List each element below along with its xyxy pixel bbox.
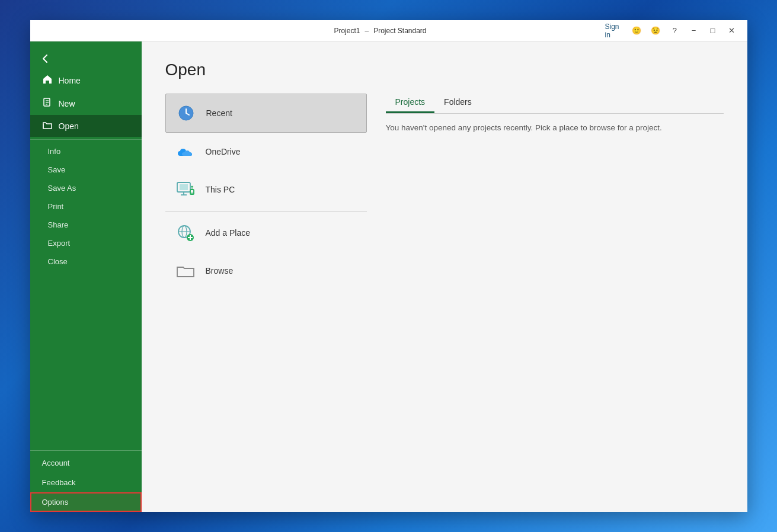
sidebar-item-info[interactable]: Info [30, 142, 142, 161]
sidebar-item-share[interactable]: Share [30, 216, 142, 234]
title-bar: Project1 – Project Standard Sign in 🙂 😟 … [30, 20, 747, 41]
this-pc-icon [175, 179, 196, 200]
sidebar-item-new[interactable]: New [30, 92, 142, 115]
sidebar-item-print[interactable]: Print [30, 197, 142, 216]
location-this-pc[interactable]: This PC [165, 171, 367, 209]
sidebar-top: Home New [30, 41, 142, 273]
new-label: New [59, 99, 75, 108]
open-icon [42, 121, 53, 131]
right-panel: Projects Folders You haven't opened any … [386, 94, 724, 500]
page-title: Open [165, 60, 724, 79]
add-place-icon [175, 222, 196, 243]
sidebar-item-open[interactable]: Open [30, 115, 142, 137]
sidebar-item-account[interactable]: Account [30, 453, 142, 473]
window-body: Home New [30, 41, 747, 512]
tab-folders[interactable]: Folders [434, 94, 481, 113]
onedrive-label: OneDrive [206, 147, 241, 156]
sidebar-submenu: Info Save Save As Print Share [30, 139, 142, 273]
location-browse[interactable]: Browse [165, 252, 367, 290]
title-separator: – [364, 27, 369, 35]
maximize-button[interactable]: □ [704, 24, 721, 38]
this-pc-label: This PC [206, 185, 235, 194]
minimize-button[interactable]: − [685, 24, 702, 38]
sidebar-item-home[interactable]: Home [30, 69, 142, 92]
sidebar-item-feedback[interactable]: Feedback [30, 473, 142, 492]
recent-label: Recent [206, 108, 232, 118]
recent-icon [175, 102, 197, 124]
home-icon [42, 75, 53, 86]
svg-rect-9 [190, 190, 194, 194]
sidebar-item-save-as[interactable]: Save As [30, 179, 142, 197]
sidebar: Home New [30, 41, 142, 512]
emoji-sad-icon[interactable]: 😟 [647, 24, 664, 38]
new-icon [42, 98, 53, 109]
main-content: Open Recent [142, 41, 747, 512]
sidebar-item-export[interactable]: Export [30, 234, 142, 252]
sidebar-item-options[interactable]: Options [30, 492, 142, 512]
onedrive-icon [175, 141, 196, 162]
back-icon [40, 53, 50, 64]
svg-rect-6 [180, 184, 188, 190]
emoji-happy-icon[interactable]: 🙂 [628, 24, 645, 38]
help-button[interactable]: ? [666, 24, 683, 38]
app-window: Project1 – Project Standard Sign in 🙂 😟 … [30, 20, 747, 512]
open-container: Recent OneDrive [165, 94, 724, 500]
back-button[interactable] [30, 49, 142, 69]
location-divider [165, 211, 367, 211]
home-label: Home [59, 76, 81, 85]
sidebar-item-save[interactable]: Save [30, 161, 142, 179]
tab-projects[interactable]: Projects [386, 94, 435, 113]
location-onedrive[interactable]: OneDrive [165, 133, 367, 171]
app-subtitle: Project Standard [373, 27, 426, 35]
add-place-label: Add a Place [206, 228, 251, 238]
sidebar-bottom: Account Feedback Options [30, 450, 142, 512]
locations-panel: Recent OneDrive [165, 94, 367, 500]
app-title: Project1 [334, 27, 360, 35]
tabs-row: Projects Folders [386, 94, 724, 114]
location-recent[interactable]: Recent [165, 94, 367, 133]
title-bar-controls: Sign in 🙂 😟 ? − □ ✕ [605, 24, 740, 38]
browse-icon [175, 260, 196, 281]
sidebar-item-close[interactable]: Close [30, 252, 142, 271]
browse-label: Browse [206, 266, 234, 275]
location-add-place[interactable]: Add a Place [165, 214, 367, 252]
sign-in-button[interactable]: Sign in [605, 24, 621, 38]
close-button[interactable]: ✕ [723, 24, 740, 38]
title-bar-center: Project1 – Project Standard [334, 27, 426, 35]
empty-message: You haven't opened any projects recently… [386, 123, 724, 132]
open-label: Open [59, 121, 79, 131]
